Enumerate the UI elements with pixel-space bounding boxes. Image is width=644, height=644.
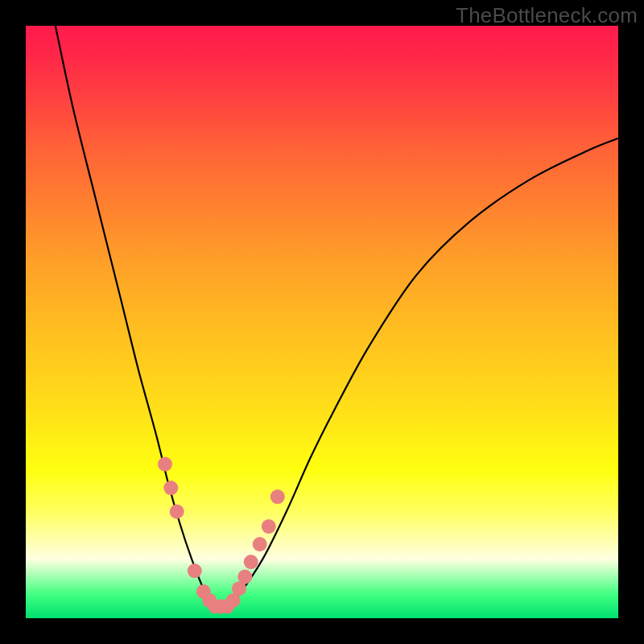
curve-svg — [26, 26, 618, 618]
marker-dot — [163, 481, 178, 495]
marker-dot — [270, 489, 285, 504]
watermark-text: TheBottleneck.com — [456, 3, 638, 28]
marker-dot — [188, 564, 202, 578]
markers-group — [158, 457, 285, 614]
marker-dot — [170, 505, 184, 519]
marker-dot — [158, 457, 172, 472]
marker-dot — [253, 537, 267, 551]
plot-area — [26, 26, 618, 618]
marker-dot — [237, 570, 252, 584]
marker-dot — [262, 519, 276, 534]
bottleneck-curve — [56, 26, 618, 609]
chart-stage: TheBottleneck.com — [0, 0, 644, 644]
marker-dot — [244, 555, 258, 569]
